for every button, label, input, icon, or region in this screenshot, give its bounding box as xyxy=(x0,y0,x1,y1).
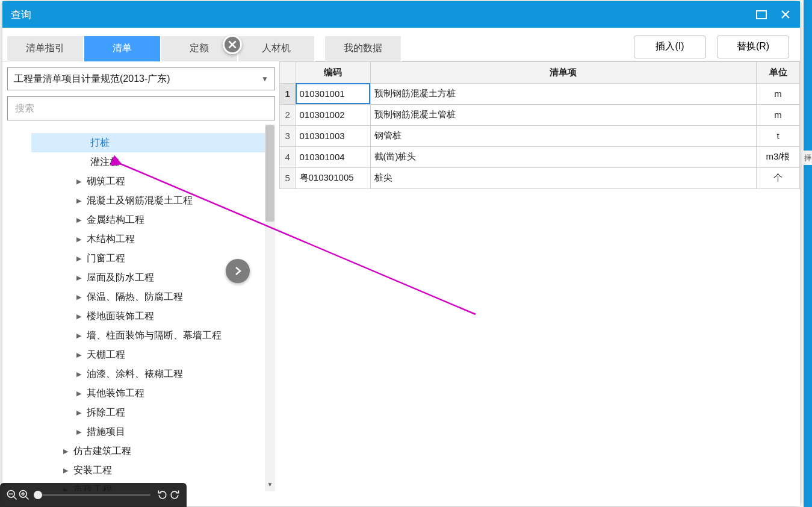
row-unit: t xyxy=(757,125,800,146)
zoom-in-button[interactable] xyxy=(18,489,30,501)
expand-icon: ▶ xyxy=(75,235,83,243)
tab-0[interactable]: 清单指引 xyxy=(7,36,84,61)
overlay-next-button[interactable] xyxy=(226,259,250,283)
expand-icon: ▶ xyxy=(75,197,83,205)
left-panel: 工程量清单项目计量规范(2013-广东) ▼ 打桩灌注桩▶砌筑工程▶混凝土及钢筋… xyxy=(2,61,279,507)
scroll-down-icon: ▼ xyxy=(265,481,274,490)
expand-icon: ▶ xyxy=(75,178,83,185)
row-item[interactable]: 截(凿)桩头 xyxy=(370,146,757,167)
category-tree[interactable]: 打桩灌注桩▶砌筑工程▶混凝土及钢筋混凝土工程▶金属结构工程▶木结构工程▶门窗工程… xyxy=(7,133,265,491)
result-table: 编码 清单项 单位 1010301001预制钢筋混凝土方桩m2010301002… xyxy=(280,62,800,189)
tree-node[interactable]: ▶楼地面装饰工程 xyxy=(31,306,265,326)
tree-node[interactable]: ▶仿古建筑工程 xyxy=(31,441,265,461)
query-dialog: 查询 清单指引清单定额人材机我的数据 插入(I) 替换(R) xyxy=(2,1,800,506)
tree-node[interactable]: ▶拆除工程 xyxy=(31,403,265,422)
maximize-button[interactable] xyxy=(755,8,767,20)
tree-node-label: 灌注桩 xyxy=(90,156,119,169)
tree-node[interactable]: ▶金属结构工程 xyxy=(31,210,265,229)
row-item[interactable]: 预制钢筋混凝土管桩 xyxy=(370,104,757,125)
expand-icon: ▶ xyxy=(75,216,83,224)
row-item[interactable]: 钢管桩 xyxy=(370,125,757,146)
tree-node-label: 楼地面装饰工程 xyxy=(87,310,154,323)
expand-icon: ▶ xyxy=(75,274,83,282)
row-code[interactable]: 010301002 xyxy=(296,104,370,125)
row-code[interactable]: 010301003 xyxy=(296,125,370,146)
expand-icon: ▶ xyxy=(75,390,83,397)
spec-select-value: 工程量清单项目计量规范(2013-广东) xyxy=(14,73,170,86)
table-row[interactable]: 5粤010301005桩尖个 xyxy=(280,167,800,188)
tree-node[interactable]: ▶混凝土及钢筋混凝土工程 xyxy=(31,191,265,210)
tree-node-label: 保温、隔热、防腐工程 xyxy=(87,291,183,303)
tree-node-label: 天棚工程 xyxy=(87,349,125,361)
tab-3[interactable]: 人材机 xyxy=(238,36,315,61)
svg-line-2 xyxy=(14,497,17,500)
expand-icon: ▶ xyxy=(75,293,83,301)
row-index: 1 xyxy=(280,83,296,104)
slider-knob[interactable] xyxy=(34,491,42,499)
search-input[interactable] xyxy=(14,102,268,114)
tree-node-label: 打桩 xyxy=(90,137,110,149)
tree-node[interactable]: ▶木结构工程 xyxy=(31,229,265,249)
tree-node[interactable]: ▶保温、隔热、防腐工程 xyxy=(31,287,265,306)
row-index: 2 xyxy=(280,104,296,125)
col-header-index xyxy=(280,62,296,83)
row-code[interactable]: 010301001 xyxy=(296,83,370,104)
tree-node[interactable]: ▶墙、柱面装饰与隔断、幕墙工程 xyxy=(31,326,265,345)
spec-select[interactable]: 工程量清单项目计量规范(2013-广东) ▼ xyxy=(7,67,275,90)
chevron-down-icon: ▼ xyxy=(261,75,268,83)
tree-node[interactable]: ▶其他装饰工程 xyxy=(31,384,265,403)
expand-icon: ▶ xyxy=(61,467,70,474)
zoom-slider[interactable] xyxy=(36,494,150,496)
tree-scrollbar[interactable]: ▲ ▼ xyxy=(265,124,275,491)
rotate-button[interactable] xyxy=(169,489,181,501)
expand-icon: ▶ xyxy=(75,409,83,417)
table-row[interactable]: 1010301001预制钢筋混凝土方桩m xyxy=(280,83,800,104)
row-code[interactable]: 粤010301005 xyxy=(296,167,370,188)
close-icon xyxy=(227,39,238,50)
col-header-code[interactable]: 编码 xyxy=(296,62,370,83)
tree-node-label: 油漆、涂料、裱糊工程 xyxy=(87,368,183,381)
table-row[interactable]: 2010301002预制钢筋混凝土管桩m xyxy=(280,104,800,125)
expand-icon: ▶ xyxy=(75,370,83,378)
expand-icon: ▶ xyxy=(75,428,83,436)
close-icon xyxy=(781,10,790,19)
replace-button[interactable]: 替换(R) xyxy=(717,36,789,58)
overlay-close-button[interactable] xyxy=(223,35,242,54)
tree-node[interactable]: ▶砌筑工程 xyxy=(31,172,265,191)
tree-node[interactable]: ▶天棚工程 xyxy=(31,345,265,364)
row-item[interactable]: 预制钢筋混凝土方桩 xyxy=(370,83,757,104)
row-unit: m xyxy=(757,83,800,104)
expand-icon: ▶ xyxy=(75,351,83,359)
tree-node-label: 木结构工程 xyxy=(87,233,135,246)
maximize-icon xyxy=(756,10,767,19)
tab-row: 清单指引清单定额人材机我的数据 插入(I) 替换(R) xyxy=(2,36,800,61)
tree-node[interactable]: ▶措施项目 xyxy=(31,422,265,441)
tab-1[interactable]: 清单 xyxy=(84,36,161,61)
row-unit: m xyxy=(757,104,800,125)
table-row[interactable]: 4010301004截(凿)桩头m3/根 xyxy=(280,146,800,167)
reset-button[interactable] xyxy=(157,489,169,501)
expand-icon: ▶ xyxy=(75,255,83,263)
scroll-thumb[interactable] xyxy=(265,125,274,222)
tab-4[interactable]: 我的数据 xyxy=(325,36,402,61)
col-header-item[interactable]: 清单项 xyxy=(370,62,757,83)
row-code[interactable]: 010301004 xyxy=(296,146,370,167)
tree-node[interactable]: 灌注桩 xyxy=(31,152,265,172)
rotate-ccw-icon xyxy=(157,489,169,501)
tree-node-label: 措施项目 xyxy=(87,426,125,438)
insert-button[interactable]: 插入(I) xyxy=(634,36,706,58)
tree-node[interactable]: ▶油漆、涂料、裱糊工程 xyxy=(31,364,265,384)
expand-icon: ▶ xyxy=(75,313,83,320)
row-item[interactable]: 桩尖 xyxy=(370,167,757,188)
svg-line-5 xyxy=(26,497,29,500)
table-row[interactable]: 3010301003钢管桩t xyxy=(280,125,800,146)
tree-node[interactable]: ▶安装工程 xyxy=(31,461,265,480)
tree-node[interactable]: 打桩 xyxy=(31,133,265,152)
tree-node-label: 其他装饰工程 xyxy=(87,387,144,400)
background-flag: 拝 xyxy=(804,151,812,165)
zoom-out-button[interactable] xyxy=(6,489,18,501)
col-header-unit[interactable]: 单位 xyxy=(757,62,800,83)
tree-node-label: 金属结构工程 xyxy=(87,214,144,226)
close-button[interactable] xyxy=(779,8,792,20)
right-panel: 编码 清单项 单位 1010301001预制钢筋混凝土方桩m2010301002… xyxy=(279,61,800,507)
